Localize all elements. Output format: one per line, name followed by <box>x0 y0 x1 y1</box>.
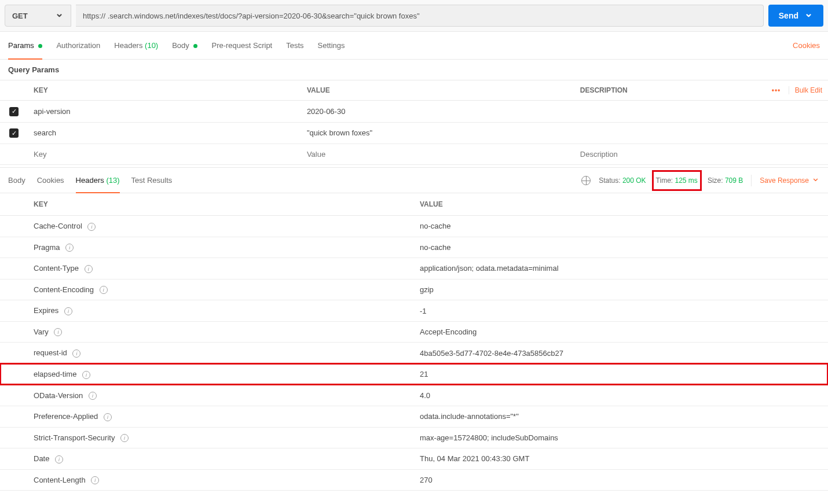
header-value: 4ba505e3-5d77-4702-8e4e-473a5856cb27 <box>414 343 828 364</box>
tab-label: Params <box>8 41 34 50</box>
header-value: odata.include-annotations="*" <box>414 406 828 428</box>
header-key: Date <box>0 448 414 470</box>
checkbox-checked-icon[interactable] <box>9 128 19 138</box>
info-icon[interactable] <box>65 244 74 252</box>
info-icon[interactable] <box>64 307 72 315</box>
resp-tab-body[interactable]: Body <box>8 168 25 193</box>
time-block-highlighted: Time: 125 ms <box>652 170 702 191</box>
header-row: Content-Encoding gzip <box>0 279 828 300</box>
header-key: Content-Length <box>0 469 414 491</box>
info-icon[interactable] <box>104 413 112 421</box>
request-tabs: Params Authorization Headers (10) Body P… <box>8 32 345 59</box>
url-input[interactable]: https:// .search.windows.net/indexes/tes… <box>76 5 764 27</box>
info-icon[interactable] <box>54 328 62 336</box>
url-text: https:// .search.windows.net/indexes/tes… <box>83 12 420 20</box>
request-bar: GET https:// .search.windows.net/indexes… <box>0 0 828 32</box>
tab-settings[interactable]: Settings <box>318 32 345 59</box>
header-value: no-cache <box>414 216 828 237</box>
resp-key-column-header: KEY <box>0 193 414 216</box>
header-row: Vary Accept-Encoding <box>0 321 828 343</box>
param-key[interactable]: api-version <box>28 101 301 123</box>
header-key: Expires <box>0 300 414 322</box>
info-icon[interactable] <box>89 392 97 400</box>
info-icon[interactable] <box>82 371 90 379</box>
response-meta: Status: 200 OK Time: 125 ms Size: 709 B … <box>581 175 820 186</box>
checkbox-checked-icon[interactable] <box>9 107 19 116</box>
header-key: elapsed-time <box>0 363 414 385</box>
globe-icon[interactable] <box>581 176 591 185</box>
header-key: Preference-Applied <box>0 406 414 428</box>
tab-label: Headers <box>76 176 104 185</box>
tab-body[interactable]: Body <box>172 32 197 59</box>
param-value[interactable]: 2020-06-30 <box>301 101 574 123</box>
send-button[interactable]: Send <box>768 5 823 27</box>
header-value: no-cache <box>414 237 828 258</box>
info-icon[interactable] <box>85 265 93 273</box>
resp-tab-test-results[interactable]: Test Results <box>131 168 173 193</box>
status-label: Status: <box>599 176 620 185</box>
resp-tab-cookies[interactable]: Cookies <box>37 168 64 193</box>
header-key: Content-Encoding <box>0 279 414 300</box>
method-select[interactable]: GET <box>5 5 71 27</box>
header-row: Expires -1 <box>0 300 828 322</box>
header-key: Vary <box>0 321 414 343</box>
checkbox-column <box>0 80 28 101</box>
info-icon[interactable] <box>87 223 96 231</box>
new-desc-input[interactable] <box>580 150 822 159</box>
header-row: Strict-Transport-Security max-age=157248… <box>0 427 828 448</box>
modified-dot-icon <box>38 44 42 48</box>
header-row: Preference-Applied odata.include-annotat… <box>0 406 828 428</box>
info-icon[interactable] <box>91 476 99 484</box>
header-row: Date Thu, 04 Mar 2021 00:43:30 GMT <box>0 448 828 470</box>
tab-headers[interactable]: Headers (10) <box>114 32 158 59</box>
info-icon[interactable] <box>55 455 63 463</box>
info-icon[interactable] <box>72 350 80 358</box>
param-value[interactable]: "quick brown foxes" <box>301 122 574 144</box>
header-row: request-id 4ba505e3-5d77-4702-8e4e-473a5… <box>0 343 828 364</box>
modified-dot-icon <box>193 44 197 48</box>
tab-count: (13) <box>106 176 119 185</box>
header-value: 4.0 <box>414 385 828 406</box>
param-desc[interactable] <box>574 122 828 144</box>
tab-params[interactable]: Params <box>8 32 42 59</box>
save-response-label: Save Response <box>760 176 809 185</box>
size-label: Size: <box>708 176 723 185</box>
param-row: api-version2020-06-30 <box>0 101 828 123</box>
request-tabs-row: Params Authorization Headers (10) Body P… <box>0 32 828 60</box>
header-row: elapsed-time 21 <box>0 363 828 385</box>
time-value: 125 ms <box>675 176 698 185</box>
header-value: Accept-Encoding <box>414 321 828 343</box>
header-row: Cache-Control no-cache <box>0 216 828 237</box>
tab-prerequest[interactable]: Pre-request Script <box>211 32 272 59</box>
tab-count: (10) <box>145 41 158 50</box>
chevron-down-icon <box>55 12 64 20</box>
header-key: request-id <box>0 343 414 364</box>
response-headers-table: KEY VALUE Cache-Control no-cachePragma n… <box>0 193 828 491</box>
header-value: -1 <box>414 300 828 322</box>
resp-value-column-header: VALUE <box>414 193 828 216</box>
info-icon[interactable] <box>120 434 129 442</box>
param-desc[interactable] <box>574 101 828 123</box>
chevron-down-icon <box>811 176 820 185</box>
cookies-link[interactable]: Cookies <box>793 41 820 50</box>
save-response-link[interactable]: Save Response <box>760 176 820 185</box>
param-key[interactable]: search <box>28 122 301 144</box>
value-column-header: VALUE <box>301 80 574 101</box>
new-key-input[interactable] <box>34 150 295 159</box>
header-key: Cache-Control <box>0 216 414 237</box>
bulk-edit-link[interactable]: Bulk Edit <box>789 86 822 94</box>
header-value: Thu, 04 Mar 2021 00:43:30 GMT <box>414 448 828 470</box>
header-value: application/json; odata.metadata=minimal <box>414 258 828 279</box>
header-row: Pragma no-cache <box>0 237 828 258</box>
tab-authorization[interactable]: Authorization <box>56 32 100 59</box>
param-row: search"quick brown foxes" <box>0 122 828 144</box>
more-options-icon[interactable]: ••• <box>766 86 787 94</box>
header-key: OData-Version <box>0 385 414 406</box>
query-params-title: Query Params <box>0 60 828 80</box>
info-icon[interactable] <box>100 286 108 294</box>
tab-tests[interactable]: Tests <box>286 32 303 59</box>
resp-tab-headers[interactable]: Headers (13) <box>76 168 120 193</box>
header-value: 270 <box>414 469 828 491</box>
method-label: GET <box>12 12 28 20</box>
new-value-input[interactable] <box>307 150 569 159</box>
